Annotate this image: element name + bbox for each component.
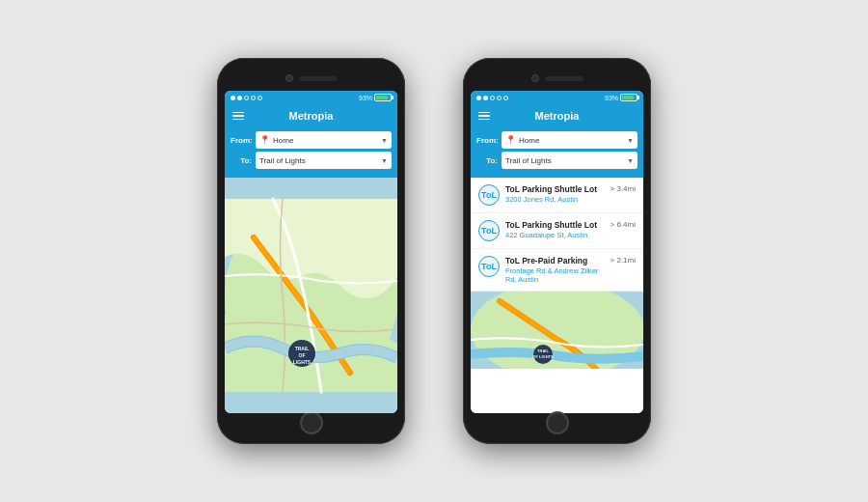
from-label-left: From: — [231, 136, 252, 145]
signal-dots-right — [476, 96, 508, 100]
to-input-left[interactable]: Trail of Lights ▼ — [256, 152, 392, 169]
app-header-left: Metropia — [225, 104, 397, 127]
from-row-left: From: 📍 Home ▼ — [231, 131, 392, 149]
phone-screen-right: 93% Metropia From: 📍 Home — [471, 91, 643, 413]
battery-text-right: 93% — [605, 95, 618, 101]
map-svg-left: TRAIL OF LIGHTS — [225, 178, 397, 413]
mini-map-right: TRAIL OF LIGHTS — [471, 292, 643, 369]
phone-bottom-right — [471, 413, 643, 432]
result-address-1: 422 Guadalupe St, Austin — [505, 231, 605, 239]
result-icon-text-1: ToL — [481, 226, 497, 236]
phone-bottom-left — [225, 413, 397, 432]
result-icon-text-0: ToL — [481, 190, 497, 200]
app-title-right: Metropia — [535, 110, 580, 122]
form-area-right: From: 📍 Home ▼ To: Trail of Lights ▼ — [471, 127, 643, 178]
result-info-2: ToL Pre-Paid Parking Frontage Rd & Andre… — [505, 256, 605, 284]
battery-fill-left — [376, 96, 388, 99]
speaker — [299, 76, 338, 81]
phone-top-bar — [225, 70, 397, 87]
map-area-left[interactable]: TRAIL OF LIGHTS — [225, 178, 397, 413]
dot-r1 — [476, 96, 481, 100]
from-label-right: From: — [476, 136, 498, 145]
results-list: ToL ToL Parking Shuttle Lot 3200 Jones R… — [471, 178, 643, 413]
speaker-right — [545, 76, 583, 81]
dot-r4 — [497, 96, 502, 100]
status-bar-right: 93% — [471, 91, 643, 104]
pin-icon-from-right: 📍 — [505, 135, 516, 145]
dropdown-arrow-from-left: ▼ — [381, 137, 388, 144]
battery-text-left: 93% — [359, 95, 372, 101]
dot-4 — [251, 96, 256, 100]
result-name-1: ToL Parking Shuttle Lot — [505, 220, 605, 230]
result-icon-2: ToL — [478, 256, 500, 277]
result-info-0: ToL Parking Shuttle Lot 3200 Jones Rd, A… — [505, 184, 605, 204]
result-name-0: ToL Parking Shuttle Lot — [505, 184, 605, 194]
dropdown-arrow-to-right: ▼ — [627, 157, 634, 164]
dot-2 — [237, 96, 242, 100]
home-button-right[interactable] — [546, 411, 569, 434]
dot-1 — [231, 96, 235, 100]
result-address-2: Frontage Rd & Andrew Zilker Rd, Austin — [505, 266, 605, 284]
to-label-left: To: — [231, 156, 252, 165]
phone-top-bar-right — [471, 70, 643, 87]
battery-fill-right — [622, 96, 634, 99]
phone-right: 93% Metropia From: 📍 Home — [463, 58, 651, 444]
phone-screen-left: 93% Metropia From: 📍 Home — [225, 91, 397, 413]
dropdown-arrow-to-left: ▼ — [381, 157, 388, 164]
dropdown-arrow-from-right: ▼ — [627, 137, 634, 144]
dot-r3 — [490, 96, 495, 100]
camera-right — [531, 74, 539, 82]
from-input-right[interactable]: 📍 Home ▼ — [502, 131, 637, 149]
home-button-left[interactable] — [300, 411, 323, 434]
result-item-1[interactable]: ToL ToL Parking Shuttle Lot 422 Guadalup… — [471, 213, 643, 249]
to-value-right: Trail of Lights — [505, 156, 552, 165]
battery-left: 93% — [359, 94, 392, 101]
dot-r2 — [483, 96, 488, 100]
svg-text:OF: OF — [299, 352, 306, 358]
result-item-2[interactable]: ToL ToL Pre-Paid Parking Frontage Rd & A… — [471, 249, 643, 292]
from-row-right: From: 📍 Home ▼ — [476, 131, 637, 149]
result-address-0: 3200 Jones Rd, Austin — [505, 195, 605, 204]
from-value-right: Home — [519, 136, 539, 145]
pin-icon-from-left: 📍 — [259, 135, 270, 145]
battery-right: 93% — [605, 94, 637, 101]
app-header-right: Metropia — [471, 104, 643, 127]
result-distance-2: > 2.1mi — [610, 256, 636, 265]
result-name-2: ToL Pre-Paid Parking — [505, 256, 605, 265]
battery-icon-left — [374, 94, 392, 101]
svg-text:TRAIL: TRAIL — [537, 349, 549, 353]
dot-r5 — [503, 96, 508, 100]
result-distance-1: > 6.4mi — [610, 220, 636, 229]
hamburger-menu-left[interactable] — [232, 112, 244, 121]
to-input-right[interactable]: Trail of Lights ▼ — [502, 152, 637, 169]
dot-5 — [258, 96, 262, 100]
result-icon-1: ToL — [478, 220, 500, 241]
form-area-left: From: 📍 Home ▼ To: Trail of Lights ▼ — [225, 127, 397, 178]
to-row-right: To: Trail of Lights ▼ — [476, 152, 637, 169]
signal-dots — [231, 96, 262, 100]
svg-text:TRAIL: TRAIL — [295, 346, 310, 351]
svg-text:LIGHTS: LIGHTS — [293, 359, 312, 365]
from-value-left: Home — [273, 136, 293, 145]
result-item-0[interactable]: ToL ToL Parking Shuttle Lot 3200 Jones R… — [471, 178, 643, 213]
to-label-right: To: — [476, 156, 498, 165]
result-icon-0: ToL — [478, 184, 500, 206]
to-value-left: Trail of Lights — [259, 156, 306, 165]
dot-3 — [244, 96, 249, 100]
svg-text:OF LIGHTS: OF LIGHTS — [532, 354, 554, 359]
result-distance-0: > 3.4mi — [610, 184, 636, 193]
camera — [285, 74, 293, 82]
hamburger-menu-right[interactable] — [478, 112, 490, 121]
to-row-left: To: Trail of Lights ▼ — [231, 152, 392, 169]
status-bar-left: 93% — [225, 91, 397, 104]
app-title-left: Metropia — [289, 110, 334, 122]
battery-icon-right — [620, 94, 637, 101]
phone-left: 93% Metropia From: 📍 Home — [217, 58, 405, 444]
result-info-1: ToL Parking Shuttle Lot 422 Guadalupe St… — [505, 220, 605, 239]
from-input-left[interactable]: 📍 Home ▼ — [256, 131, 392, 149]
result-icon-text-2: ToL — [481, 262, 497, 271]
